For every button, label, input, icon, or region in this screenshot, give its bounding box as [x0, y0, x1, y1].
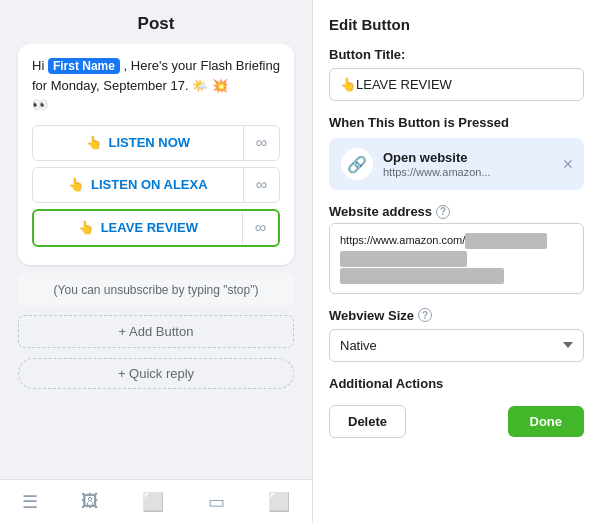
- button-listen-now-text: LISTEN NOW: [109, 135, 191, 150]
- website-help-icon[interactable]: ?: [436, 205, 450, 219]
- webview-help-icon[interactable]: ?: [418, 308, 432, 322]
- button-listen-alexa[interactable]: 👆 LISTEN ON ALEXA ∞: [32, 167, 280, 203]
- bottom-toolbar: ☰ 🖼 ⬜ ▭ ⬜: [0, 479, 312, 523]
- layout-icon[interactable]: ▭: [208, 491, 225, 513]
- url-visible: https://www.amazon.com/: [340, 234, 465, 246]
- website-url-box: https://www.amazon.com/█████████ ███████…: [329, 223, 584, 294]
- button-title-input[interactable]: [329, 68, 584, 101]
- button-listen-now-emoji: 👆: [86, 135, 102, 150]
- button-leave-review-label: 👆 LEAVE REVIEW: [34, 212, 242, 243]
- image-icon[interactable]: 🖼: [81, 491, 99, 512]
- action-card-close-icon[interactable]: ✕: [562, 156, 574, 172]
- add-button[interactable]: + Add Button: [18, 315, 294, 348]
- message-prefix: Hi: [32, 58, 48, 73]
- url-blurred-2: ██████████████: [340, 251, 467, 267]
- button-listen-now[interactable]: 👆 LISTEN NOW ∞: [32, 125, 280, 161]
- done-button[interactable]: Done: [508, 406, 585, 437]
- webview-size-text: Webview Size: [329, 308, 414, 323]
- when-pressed-label: When This Button is Pressed: [329, 115, 584, 130]
- button-leave-review-text: LEAVE REVIEW: [101, 220, 198, 235]
- left-panel: Post Hi First Name , Here's your Flash B…: [0, 0, 312, 523]
- button-listen-alexa-emoji: 👆: [68, 177, 84, 192]
- button-title-label: Button Title:: [329, 47, 584, 62]
- open-website-icon: 🔗: [341, 148, 373, 180]
- webview-size-select[interactable]: Native Compact Tall Full: [329, 329, 584, 362]
- button-listen-now-link-icon: ∞: [243, 126, 279, 160]
- document-icon[interactable]: ⬜: [142, 491, 164, 513]
- button-listen-alexa-text: LISTEN ON ALEXA: [91, 177, 208, 192]
- button-leave-review[interactable]: 👆 LEAVE REVIEW ∞: [32, 209, 280, 247]
- panel-title: Edit Button: [329, 16, 584, 33]
- first-name-tag: First Name: [48, 58, 120, 74]
- webview-size-label: Webview Size ?: [329, 308, 584, 323]
- button-listen-alexa-link-icon: ∞: [243, 168, 279, 202]
- settings-icon[interactable]: ⬜: [268, 491, 290, 513]
- post-content: Hi First Name , Here's your Flash Briefi…: [0, 44, 312, 479]
- action-card[interactable]: 🔗 Open website https://www.amazon... ✕: [329, 138, 584, 190]
- button-leave-review-emoji: 👆: [78, 220, 94, 235]
- additional-actions-label: Additional Actions: [329, 376, 584, 391]
- menu-icon[interactable]: ☰: [22, 491, 38, 513]
- button-listen-alexa-label: 👆 LISTEN ON ALEXA: [33, 169, 243, 200]
- url-blurred-1: █████████: [465, 233, 547, 249]
- quick-reply-button[interactable]: + Quick reply: [18, 358, 294, 389]
- delete-button[interactable]: Delete: [329, 405, 406, 438]
- post-title: Post: [0, 0, 312, 44]
- button-listen-now-label: 👆 LISTEN NOW: [33, 127, 243, 158]
- action-card-title: Open website: [383, 150, 572, 165]
- unsubscribe-box: (You can unsubscribe by typing "stop"): [18, 273, 294, 307]
- action-card-text: Open website https://www.amazon...: [383, 150, 572, 178]
- website-address-text: Website address: [329, 204, 432, 219]
- message-text: Hi First Name , Here's your Flash Briefi…: [32, 56, 280, 115]
- url-blurred-3: ██████████████████: [340, 268, 504, 284]
- message-bubble: Hi First Name , Here's your Flash Briefi…: [18, 44, 294, 265]
- right-panel: Edit Button Button Title: When This Butt…: [312, 0, 600, 523]
- website-address-label: Website address ?: [329, 204, 584, 219]
- button-leave-review-link-icon: ∞: [242, 211, 278, 245]
- action-card-subtitle: https://www.amazon...: [383, 166, 572, 178]
- main-container: Post Hi First Name , Here's your Flash B…: [0, 0, 600, 523]
- action-buttons-row: Delete Done: [329, 405, 584, 438]
